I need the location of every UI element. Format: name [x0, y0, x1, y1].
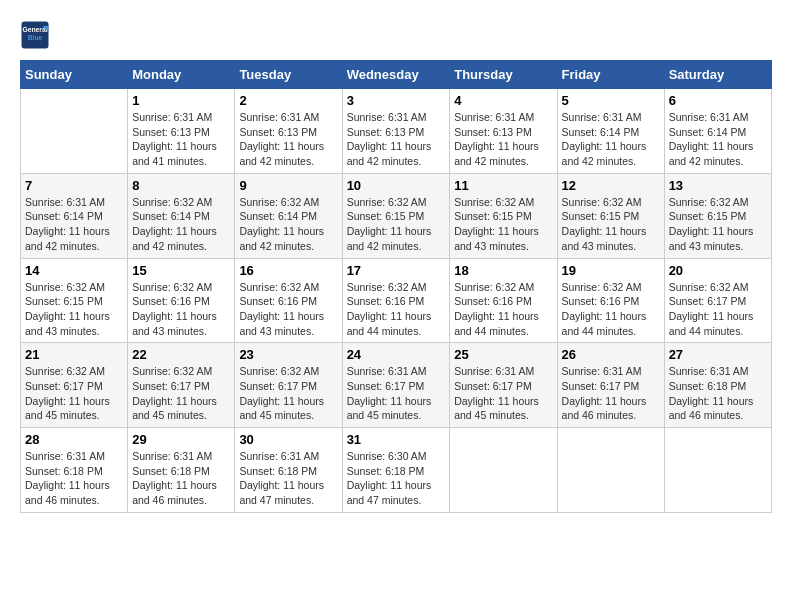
- day-info: Sunrise: 6:32 AM Sunset: 6:17 PM Dayligh…: [25, 364, 123, 423]
- calendar-cell: 2Sunrise: 6:31 AM Sunset: 6:13 PM Daylig…: [235, 89, 342, 174]
- calendar-cell: 22Sunrise: 6:32 AM Sunset: 6:17 PM Dayli…: [128, 343, 235, 428]
- calendar-cell: 11Sunrise: 6:32 AM Sunset: 6:15 PM Dayli…: [450, 173, 557, 258]
- day-number: 11: [454, 178, 552, 193]
- calendar-header-tuesday: Tuesday: [235, 61, 342, 89]
- svg-text:Blue: Blue: [28, 34, 43, 41]
- calendar-week-row: 1Sunrise: 6:31 AM Sunset: 6:13 PM Daylig…: [21, 89, 772, 174]
- calendar-cell: 6Sunrise: 6:31 AM Sunset: 6:14 PM Daylig…: [664, 89, 771, 174]
- day-info: Sunrise: 6:31 AM Sunset: 6:13 PM Dayligh…: [454, 110, 552, 169]
- day-info: Sunrise: 6:32 AM Sunset: 6:14 PM Dayligh…: [239, 195, 337, 254]
- day-info: Sunrise: 6:30 AM Sunset: 6:18 PM Dayligh…: [347, 449, 446, 508]
- logo: General Blue: [20, 20, 54, 50]
- day-number: 1: [132, 93, 230, 108]
- calendar-cell: 30Sunrise: 6:31 AM Sunset: 6:18 PM Dayli…: [235, 428, 342, 513]
- calendar-cell: [450, 428, 557, 513]
- day-info: Sunrise: 6:31 AM Sunset: 6:13 PM Dayligh…: [239, 110, 337, 169]
- day-number: 28: [25, 432, 123, 447]
- day-number: 22: [132, 347, 230, 362]
- calendar-cell: [664, 428, 771, 513]
- calendar-cell: 1Sunrise: 6:31 AM Sunset: 6:13 PM Daylig…: [128, 89, 235, 174]
- calendar-header-thursday: Thursday: [450, 61, 557, 89]
- day-info: Sunrise: 6:31 AM Sunset: 6:17 PM Dayligh…: [347, 364, 446, 423]
- calendar-cell: [21, 89, 128, 174]
- day-info: Sunrise: 6:32 AM Sunset: 6:17 PM Dayligh…: [239, 364, 337, 423]
- day-number: 29: [132, 432, 230, 447]
- day-number: 8: [132, 178, 230, 193]
- day-info: Sunrise: 6:31 AM Sunset: 6:17 PM Dayligh…: [562, 364, 660, 423]
- calendar-header-friday: Friday: [557, 61, 664, 89]
- calendar-cell: 29Sunrise: 6:31 AM Sunset: 6:18 PM Dayli…: [128, 428, 235, 513]
- day-number: 30: [239, 432, 337, 447]
- day-info: Sunrise: 6:31 AM Sunset: 6:14 PM Dayligh…: [25, 195, 123, 254]
- day-number: 3: [347, 93, 446, 108]
- day-info: Sunrise: 6:32 AM Sunset: 6:14 PM Dayligh…: [132, 195, 230, 254]
- calendar-header-row: SundayMondayTuesdayWednesdayThursdayFrid…: [21, 61, 772, 89]
- day-number: 6: [669, 93, 767, 108]
- calendar-cell: 5Sunrise: 6:31 AM Sunset: 6:14 PM Daylig…: [557, 89, 664, 174]
- day-info: Sunrise: 6:32 AM Sunset: 6:15 PM Dayligh…: [454, 195, 552, 254]
- calendar-header-monday: Monday: [128, 61, 235, 89]
- day-info: Sunrise: 6:32 AM Sunset: 6:17 PM Dayligh…: [132, 364, 230, 423]
- calendar-cell: 17Sunrise: 6:32 AM Sunset: 6:16 PM Dayli…: [342, 258, 450, 343]
- calendar-week-row: 7Sunrise: 6:31 AM Sunset: 6:14 PM Daylig…: [21, 173, 772, 258]
- day-number: 9: [239, 178, 337, 193]
- day-info: Sunrise: 6:31 AM Sunset: 6:18 PM Dayligh…: [239, 449, 337, 508]
- day-info: Sunrise: 6:32 AM Sunset: 6:15 PM Dayligh…: [25, 280, 123, 339]
- day-info: Sunrise: 6:32 AM Sunset: 6:15 PM Dayligh…: [562, 195, 660, 254]
- day-number: 20: [669, 263, 767, 278]
- calendar-cell: 21Sunrise: 6:32 AM Sunset: 6:17 PM Dayli…: [21, 343, 128, 428]
- day-info: Sunrise: 6:32 AM Sunset: 6:15 PM Dayligh…: [669, 195, 767, 254]
- day-number: 24: [347, 347, 446, 362]
- calendar-cell: 12Sunrise: 6:32 AM Sunset: 6:15 PM Dayli…: [557, 173, 664, 258]
- calendar-cell: 25Sunrise: 6:31 AM Sunset: 6:17 PM Dayli…: [450, 343, 557, 428]
- day-number: 2: [239, 93, 337, 108]
- day-number: 17: [347, 263, 446, 278]
- calendar-cell: 20Sunrise: 6:32 AM Sunset: 6:17 PM Dayli…: [664, 258, 771, 343]
- calendar-cell: 3Sunrise: 6:31 AM Sunset: 6:13 PM Daylig…: [342, 89, 450, 174]
- day-number: 5: [562, 93, 660, 108]
- calendar-week-row: 14Sunrise: 6:32 AM Sunset: 6:15 PM Dayli…: [21, 258, 772, 343]
- day-info: Sunrise: 6:32 AM Sunset: 6:16 PM Dayligh…: [132, 280, 230, 339]
- day-number: 16: [239, 263, 337, 278]
- day-info: Sunrise: 6:32 AM Sunset: 6:15 PM Dayligh…: [347, 195, 446, 254]
- day-number: 25: [454, 347, 552, 362]
- calendar-cell: 13Sunrise: 6:32 AM Sunset: 6:15 PM Dayli…: [664, 173, 771, 258]
- calendar-header-sunday: Sunday: [21, 61, 128, 89]
- calendar-cell: 18Sunrise: 6:32 AM Sunset: 6:16 PM Dayli…: [450, 258, 557, 343]
- day-number: 10: [347, 178, 446, 193]
- day-number: 19: [562, 263, 660, 278]
- calendar-cell: 27Sunrise: 6:31 AM Sunset: 6:18 PM Dayli…: [664, 343, 771, 428]
- day-number: 31: [347, 432, 446, 447]
- day-info: Sunrise: 6:32 AM Sunset: 6:16 PM Dayligh…: [454, 280, 552, 339]
- calendar-cell: 7Sunrise: 6:31 AM Sunset: 6:14 PM Daylig…: [21, 173, 128, 258]
- day-info: Sunrise: 6:32 AM Sunset: 6:17 PM Dayligh…: [669, 280, 767, 339]
- day-info: Sunrise: 6:31 AM Sunset: 6:17 PM Dayligh…: [454, 364, 552, 423]
- day-info: Sunrise: 6:31 AM Sunset: 6:14 PM Dayligh…: [562, 110, 660, 169]
- day-number: 4: [454, 93, 552, 108]
- day-number: 7: [25, 178, 123, 193]
- day-number: 13: [669, 178, 767, 193]
- calendar-cell: 23Sunrise: 6:32 AM Sunset: 6:17 PM Dayli…: [235, 343, 342, 428]
- day-number: 18: [454, 263, 552, 278]
- day-number: 21: [25, 347, 123, 362]
- day-info: Sunrise: 6:31 AM Sunset: 6:18 PM Dayligh…: [669, 364, 767, 423]
- calendar-cell: 9Sunrise: 6:32 AM Sunset: 6:14 PM Daylig…: [235, 173, 342, 258]
- page-header: General Blue: [20, 20, 772, 50]
- day-number: 27: [669, 347, 767, 362]
- calendar-cell: 4Sunrise: 6:31 AM Sunset: 6:13 PM Daylig…: [450, 89, 557, 174]
- calendar-cell: 15Sunrise: 6:32 AM Sunset: 6:16 PM Dayli…: [128, 258, 235, 343]
- logo-icon: General Blue: [20, 20, 50, 50]
- calendar-cell: 16Sunrise: 6:32 AM Sunset: 6:16 PM Dayli…: [235, 258, 342, 343]
- day-info: Sunrise: 6:31 AM Sunset: 6:13 PM Dayligh…: [132, 110, 230, 169]
- calendar-cell: 24Sunrise: 6:31 AM Sunset: 6:17 PM Dayli…: [342, 343, 450, 428]
- day-number: 14: [25, 263, 123, 278]
- day-info: Sunrise: 6:32 AM Sunset: 6:16 PM Dayligh…: [562, 280, 660, 339]
- day-info: Sunrise: 6:32 AM Sunset: 6:16 PM Dayligh…: [239, 280, 337, 339]
- day-info: Sunrise: 6:31 AM Sunset: 6:14 PM Dayligh…: [669, 110, 767, 169]
- day-number: 23: [239, 347, 337, 362]
- calendar-header-wednesday: Wednesday: [342, 61, 450, 89]
- day-number: 15: [132, 263, 230, 278]
- calendar-table: SundayMondayTuesdayWednesdayThursdayFrid…: [20, 60, 772, 513]
- calendar-cell: 8Sunrise: 6:32 AM Sunset: 6:14 PM Daylig…: [128, 173, 235, 258]
- calendar-week-row: 28Sunrise: 6:31 AM Sunset: 6:18 PM Dayli…: [21, 428, 772, 513]
